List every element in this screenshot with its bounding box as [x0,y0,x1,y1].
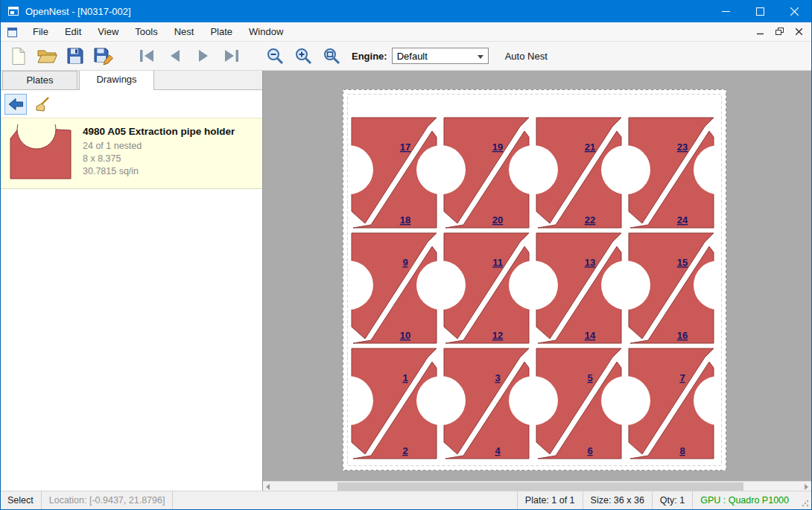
next-arrow-icon [195,48,212,63]
zoom-in-button[interactable] [290,43,317,68]
menu-plate[interactable]: Plate [202,23,241,40]
close-button[interactable] [777,0,811,22]
panel-tabstrip: Plates Drawings [1,71,262,90]
part-number: 11 [492,257,503,268]
clean-drawings-button[interactable] [31,94,54,115]
scroll-right-icon[interactable] [805,484,808,490]
notch-circle [601,376,650,425]
drawing-list-item[interactable]: 4980 A05 Extraction pipe holder 24 of 1 … [1,118,262,189]
status-plate: Plate: 1 of 1 [517,491,583,509]
part-number: 22 [585,214,595,226]
nest-canvas[interactable]: 171819202122232491011121314151612345678 [263,71,811,491]
new-page-icon [10,47,27,66]
part-number: 14 [585,330,596,341]
folder-icon [37,48,57,64]
close-icon [790,7,799,16]
tab-plates[interactable]: Plates [2,71,77,89]
zoom-out-button[interactable] [261,43,288,68]
load-drawing-button[interactable] [4,94,27,115]
part-number: 9 [402,257,407,268]
scrollbar-thumb[interactable] [337,482,743,491]
part-number: 4 [495,445,501,456]
content-area: Plates Drawings [1,71,811,491]
mdi-restore-button[interactable] [770,25,789,39]
part-number: 5 [587,372,592,383]
mdi-close-button[interactable] [789,25,808,39]
notch-circle [509,145,558,194]
open-file-button[interactable] [34,43,60,68]
drawing-nested-count: 24 of 1 nested [83,140,235,153]
drawing-title: 4980 A05 Extraction pipe holder [83,126,235,137]
document-icon[interactable] [7,27,19,37]
nest-plate[interactable]: 171819202122232491011121314151612345678 [343,89,726,471]
part-number: 21 [585,141,595,153]
window-title: OpenNest - [N0317-002] [25,6,131,17]
notch-circle [601,261,650,310]
auto-nest-button[interactable]: Auto Nest [501,48,552,65]
mdi-buttons [750,25,811,39]
part-number: 10 [400,330,410,341]
part-number: 16 [677,330,688,341]
menu-window[interactable]: Window [241,23,291,40]
magnifier-fit-icon [323,48,340,65]
caption-buttons [708,0,811,22]
notch-circle [416,261,466,310]
zoom-fit-button[interactable] [318,43,345,68]
part-number: 8 [679,445,685,456]
new-file-button[interactable] [5,43,32,68]
save-button[interactable] [62,43,89,68]
part-number: 3 [495,372,500,383]
menu-view[interactable]: View [89,23,127,40]
horizontal-scrollbar[interactable] [263,481,811,491]
chevron-down-icon [478,55,483,59]
status-location: Location: [-0.9437, 21.8796] [42,491,174,509]
drawings-panel: Plates Drawings [1,71,263,491]
notch-circle [509,261,558,310]
mdi-restore-icon [775,28,784,36]
nav-last-button[interactable] [218,43,245,68]
resize-grip[interactable] [801,491,811,509]
floppy-icon [66,47,84,65]
engine-select[interactable]: Default [392,48,489,64]
mdi-minimize-button[interactable] [750,25,770,39]
status-spacer [173,491,516,509]
part-number: 23 [677,141,688,153]
save-as-button[interactable] [90,43,117,68]
nav-next-button[interactable] [190,43,217,68]
scroll-left-icon[interactable] [266,484,270,490]
app-icon [7,5,19,17]
arrow-left-icon [7,98,24,111]
part-number: 15 [677,257,688,268]
minimize-icon [722,7,730,16]
minimize-button[interactable] [708,0,743,22]
maximize-button[interactable] [743,0,777,22]
part-number: 2 [402,445,407,456]
part-thumbnail [7,124,75,181]
part-number: 18 [400,214,410,226]
part-number: 7 [679,372,685,383]
part-number: 20 [492,214,503,226]
menu-nest[interactable]: Nest [166,23,203,40]
maximize-icon [756,7,764,16]
status-size: Size: 36 x 36 [583,491,652,509]
floppy-pen-icon [94,47,113,66]
status-mode: Select [1,491,42,509]
first-arrow-icon [138,48,156,63]
status-bar: Select Location: [-0.9437, 21.8796] Plat… [1,491,811,509]
menu-edit[interactable]: Edit [57,23,89,40]
menu-tools[interactable]: Tools [127,23,165,40]
menu-file[interactable]: File [25,23,57,40]
nav-first-button[interactable] [133,43,160,68]
part-number: 1 [402,372,407,383]
engine-value: Default [397,51,428,62]
part-number: 24 [677,214,688,226]
mdi-close-icon [796,28,802,35]
drawing-size: 8 x 8.375 [83,153,235,165]
engine-label: Engine: [352,51,387,62]
panel-toolbar [1,90,262,118]
prev-arrow-icon [167,48,183,63]
nav-prev-button[interactable] [162,43,188,68]
status-qty: Qty: 1 [652,491,692,509]
main-toolbar: Engine: Default Auto Nest [1,42,811,71]
tab-drawings[interactable]: Drawings [79,71,154,90]
